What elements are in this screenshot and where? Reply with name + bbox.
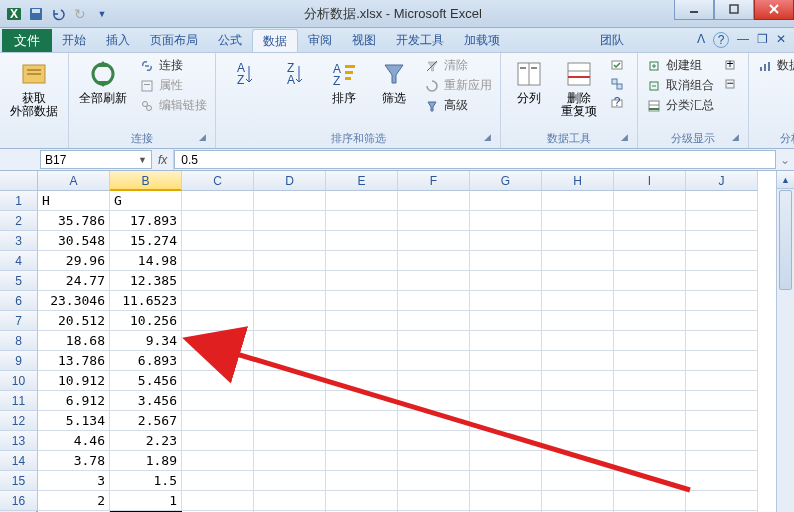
cell[interactable] [542,211,614,231]
cell[interactable]: 1.5 [110,471,182,491]
remove-dup-button[interactable]: 删除 重复项 [557,56,601,120]
cell[interactable] [542,371,614,391]
cell[interactable] [542,451,614,471]
cell[interactable] [542,351,614,371]
cell[interactable] [398,391,470,411]
tab-团队[interactable]: 团队 [590,29,634,52]
cell[interactable] [182,351,254,371]
maximize-button[interactable] [714,0,754,20]
cell[interactable] [254,411,326,431]
cell[interactable] [182,251,254,271]
cell[interactable] [614,251,686,271]
cell[interactable] [614,391,686,411]
cell[interactable] [686,371,758,391]
expand-formula-bar-icon[interactable]: ⌄ [776,149,794,170]
cell[interactable] [470,251,542,271]
cell[interactable]: 2 [38,491,110,511]
filter-button[interactable]: 筛选 [372,56,416,107]
cell[interactable] [470,411,542,431]
cell[interactable] [326,291,398,311]
cell[interactable] [614,271,686,291]
cell[interactable] [326,391,398,411]
tab-开发工具[interactable]: 开发工具 [386,29,454,52]
cell[interactable] [182,311,254,331]
cell[interactable] [470,311,542,331]
cell[interactable] [686,311,758,331]
column-header[interactable]: C [182,171,254,191]
advanced-button[interactable]: 高级 [422,96,494,115]
cell[interactable] [326,451,398,471]
cell[interactable] [614,231,686,251]
cell[interactable]: 23.3046 [38,291,110,311]
row-header[interactable]: 14 [0,451,38,471]
cell[interactable]: G [110,191,182,211]
row-header[interactable]: 13 [0,431,38,451]
cell[interactable]: 10.256 [110,311,182,331]
minimize-button[interactable] [674,0,714,20]
row-header[interactable]: 16 [0,491,38,511]
cell[interactable] [254,231,326,251]
column-header[interactable]: D [254,171,326,191]
external-data-button[interactable]: 获取 外部数据 [6,56,62,120]
undo-icon[interactable] [48,4,68,24]
cell[interactable] [542,331,614,351]
cell[interactable] [542,491,614,511]
cell[interactable] [542,271,614,291]
cell[interactable] [326,271,398,291]
cons-button[interactable] [607,75,631,93]
scroll-up-icon[interactable]: ▲ [777,171,794,189]
cell[interactable] [614,331,686,351]
fx-icon[interactable]: fx [158,153,167,167]
tab-加载项[interactable]: 加载项 [454,29,510,52]
mdi-restore-icon[interactable]: ❐ [757,32,768,48]
cell[interactable] [398,451,470,471]
row-header[interactable]: 5 [0,271,38,291]
cell[interactable]: 14.98 [110,251,182,271]
cell[interactable] [686,291,758,311]
cell[interactable] [254,311,326,331]
dialog-launcher-icon[interactable]: ◢ [480,132,494,146]
tab-页面布局[interactable]: 页面布局 [140,29,208,52]
subtotal-button[interactable]: 分类汇总 [644,96,716,115]
cell[interactable] [182,471,254,491]
text-to-col-button[interactable]: 分列 [507,56,551,107]
dialog-launcher-icon[interactable]: ◢ [617,132,631,146]
cell[interactable] [686,231,758,251]
row-header[interactable]: 10 [0,371,38,391]
cell[interactable]: 3 [38,471,110,491]
cell[interactable] [182,391,254,411]
cell[interactable]: 29.96 [38,251,110,271]
cell[interactable] [686,411,758,431]
cell[interactable] [254,451,326,471]
cell[interactable] [398,471,470,491]
column-header[interactable]: G [470,171,542,191]
qat-customize-icon[interactable]: ▼ [92,4,112,24]
column-header[interactable]: E [326,171,398,191]
sort-az-button[interactable]: AZ [222,56,266,92]
cell[interactable] [326,331,398,351]
cell[interactable]: 9.34 [110,331,182,351]
column-header[interactable]: A [38,171,110,191]
close-button[interactable] [754,0,794,20]
cell[interactable] [182,291,254,311]
cell[interactable] [398,291,470,311]
cell[interactable]: 3.78 [38,451,110,471]
cell[interactable] [326,411,398,431]
clear-button[interactable]: 清除 [422,56,494,75]
cell[interactable] [254,391,326,411]
cell[interactable] [542,311,614,331]
cell[interactable] [254,371,326,391]
cell[interactable] [398,311,470,331]
cell[interactable] [542,431,614,451]
row-header[interactable]: 8 [0,331,38,351]
cell[interactable] [542,391,614,411]
cell[interactable] [398,231,470,251]
cell[interactable]: 2.567 [110,411,182,431]
row-header[interactable]: 7 [0,311,38,331]
cell[interactable] [614,351,686,371]
cell[interactable]: 11.6523 [110,291,182,311]
hide-detail-button[interactable]: − [722,75,742,93]
row-header[interactable]: 9 [0,351,38,371]
cell[interactable]: 18.68 [38,331,110,351]
cell[interactable] [182,431,254,451]
